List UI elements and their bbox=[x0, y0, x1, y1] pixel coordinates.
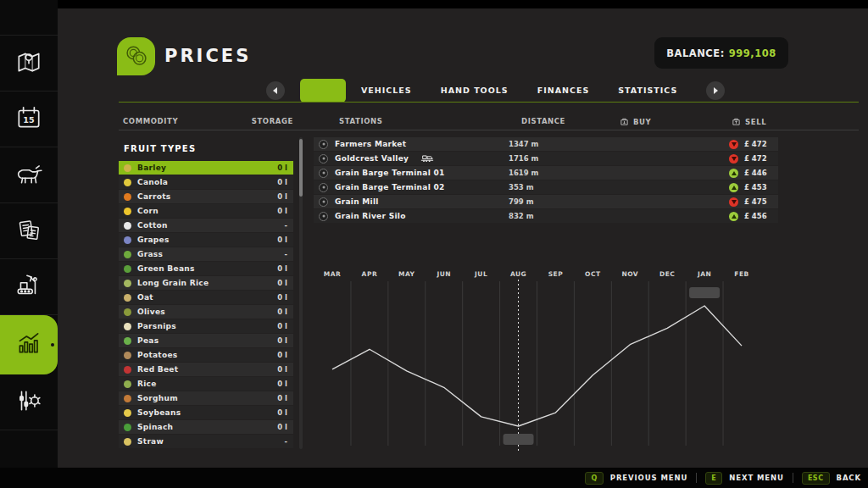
straw-icon bbox=[124, 438, 131, 446]
sidebar-item-settings[interactable] bbox=[0, 374, 58, 430]
header-divider bbox=[119, 130, 859, 130]
price-trend-up-icon bbox=[729, 183, 738, 192]
sidebar-item-production[interactable] bbox=[0, 259, 58, 315]
keycap-e[interactable]: E bbox=[705, 472, 722, 485]
commodity-name: Soybeans bbox=[137, 408, 181, 417]
commodity-row-potatoes[interactable]: Potatoes0 l bbox=[119, 348, 293, 362]
commodity-row-sorghum[interactable]: Sorghum0 l bbox=[119, 391, 293, 405]
chart-month-label: JAN bbox=[697, 270, 711, 278]
sorghum-icon bbox=[124, 395, 131, 402]
fruit-types-heading: FRUIT TYPES bbox=[119, 137, 293, 161]
tab-prev-arrow-button[interactable] bbox=[266, 81, 285, 100]
tab-hand-tools[interactable]: HAND TOOLS bbox=[441, 86, 509, 95]
commodity-storage-value: 0 l bbox=[277, 365, 293, 374]
waypoint-icon[interactable] bbox=[319, 154, 328, 164]
commodity-row-barley[interactable]: Barley0 l bbox=[119, 161, 293, 175]
keycap-esc[interactable]: ESC bbox=[802, 472, 830, 485]
key-hint-back[interactable]: ESCBACK bbox=[802, 472, 861, 485]
key-hint-previous-menu[interactable]: QPREVIOUS MENU bbox=[585, 472, 687, 485]
station-name: Grain Barge Terminal 01 bbox=[335, 169, 445, 177]
main-menu-sidebar: 15 bbox=[0, 0, 58, 488]
tab-bar: VEHICLESHAND TOOLSFINANCESSTATISTICS bbox=[266, 78, 725, 103]
price-history-chart: MARAPRMAYJUNJULAUGSEPOCTNOVDECJANFEB bbox=[314, 264, 778, 459]
scrollbar-thumb[interactable] bbox=[299, 139, 303, 197]
commodity-row-green-beans[interactable]: Green Beans0 l bbox=[119, 262, 293, 275]
commodity-storage-value: 0 l bbox=[277, 394, 293, 402]
waypoint-icon[interactable] bbox=[319, 183, 328, 192]
station-row-goldcrest-valley: Goldcrest Valley1716 m£ 472 bbox=[314, 152, 778, 165]
commodity-row-peas[interactable]: Peas0 l bbox=[119, 334, 293, 347]
commodity-name: Straw bbox=[137, 437, 164, 446]
commodity-row-carrots[interactable]: Carrots0 l bbox=[119, 190, 293, 203]
waypoint-icon[interactable] bbox=[319, 197, 328, 207]
train-icon bbox=[420, 155, 434, 163]
sidebar-item-contracts[interactable] bbox=[0, 203, 58, 259]
commodity-row-spinach[interactable]: Spinach0 l bbox=[119, 420, 293, 434]
column-header-distance: DISTANCE bbox=[521, 117, 565, 125]
sidebar-item-statistics[interactable] bbox=[0, 315, 58, 374]
commodity-name: Barley bbox=[137, 164, 166, 172]
sidebar-item-map[interactable] bbox=[0, 36, 58, 92]
sidebar-item-calendar[interactable]: 15 bbox=[0, 92, 58, 147]
stations-list-panel: Farmers Market1347 m£ 472Goldcrest Valle… bbox=[314, 137, 778, 224]
commodity-storage-value: - bbox=[284, 250, 293, 258]
chart-month-label: MAR bbox=[324, 270, 342, 278]
red-beet-icon bbox=[124, 366, 131, 374]
station-distance: 353 m bbox=[509, 183, 534, 191]
balance-value: 999,108 bbox=[729, 47, 776, 59]
commodity-name: Sorghum bbox=[137, 394, 178, 402]
max-price-tooltip-box bbox=[689, 287, 720, 298]
map-icon bbox=[14, 47, 43, 80]
commodity-row-cotton[interactable]: Cotton- bbox=[119, 219, 293, 232]
commodity-row-rice[interactable]: Rice0 l bbox=[119, 377, 293, 391]
waypoint-icon[interactable] bbox=[319, 169, 328, 178]
commodity-storage-value: 0 l bbox=[277, 308, 293, 316]
canola-icon bbox=[124, 179, 131, 186]
waypoint-icon[interactable] bbox=[319, 140, 328, 149]
commodity-row-long-grain-rice[interactable]: Long Grain Rice0 l bbox=[119, 276, 293, 290]
commodity-storage-value: 0 l bbox=[277, 322, 293, 330]
waypoint-icon[interactable] bbox=[319, 212, 328, 221]
station-row-grain-mill: Grain Mill799 m£ 475 bbox=[314, 195, 778, 208]
station-name: Farmers Market bbox=[335, 140, 406, 148]
commodity-row-straw[interactable]: Straw- bbox=[119, 435, 293, 448]
tab-prices-active[interactable] bbox=[300, 79, 346, 103]
commodity-row-parsnips[interactable]: Parsnips0 l bbox=[119, 319, 293, 333]
commodity-name: Spinach bbox=[137, 423, 173, 431]
commodity-row-red-beet[interactable]: Red Beet0 l bbox=[119, 363, 293, 376]
keycap-q[interactable]: Q bbox=[585, 472, 603, 485]
column-header-storage: STORAGE bbox=[236, 117, 293, 125]
commodity-storage-value: - bbox=[284, 221, 293, 230]
price-chart: MARAPRMAYJUNJULAUGSEPOCTNOVDECJANFEB bbox=[314, 264, 778, 459]
station-sell-price: £ 446 bbox=[744, 169, 767, 177]
sidebar-item-animals[interactable] bbox=[0, 147, 58, 203]
page-title: PRICES bbox=[164, 46, 251, 66]
grapes-icon bbox=[124, 236, 131, 244]
commodity-scrollbar[interactable] bbox=[299, 137, 303, 449]
oat-icon bbox=[124, 294, 131, 302]
min-price-tooltip-box bbox=[504, 434, 534, 445]
commodity-row-olives[interactable]: Olives0 l bbox=[119, 305, 293, 319]
commodity-row-soybeans[interactable]: Soybeans0 l bbox=[119, 406, 293, 419]
key-hint-next-menu[interactable]: ENEXT MENU bbox=[705, 472, 784, 485]
calendar-icon: 15 bbox=[14, 103, 43, 136]
station-row-grain-river-silo: Grain River Silo832 m£ 456 bbox=[314, 209, 778, 223]
column-header-buy: BUY bbox=[620, 117, 651, 126]
commodity-row-corn[interactable]: Corn0 l bbox=[119, 204, 293, 218]
commodity-row-canola[interactable]: Canola0 l bbox=[119, 175, 293, 189]
chart-month-label: JUN bbox=[436, 270, 451, 278]
commodity-row-oat[interactable]: Oat0 l bbox=[119, 291, 293, 304]
tab-vehicles[interactable]: VEHICLES bbox=[361, 86, 412, 95]
tab-finances[interactable]: FINANCES bbox=[537, 86, 590, 95]
commodity-row-grapes[interactable]: Grapes0 l bbox=[119, 233, 293, 247]
hint-divider bbox=[793, 473, 793, 483]
station-sell-price: £ 472 bbox=[744, 140, 767, 148]
commodity-storage-value: - bbox=[284, 437, 293, 446]
tab-next-arrow-button[interactable] bbox=[706, 81, 725, 100]
commodity-row-grass[interactable]: Grass- bbox=[119, 247, 293, 261]
tab-statistics[interactable]: STATISTICS bbox=[618, 86, 677, 95]
chart-month-label: APR bbox=[362, 270, 378, 278]
station-row-farmers-market: Farmers Market1347 m£ 472 bbox=[314, 137, 778, 151]
commodity-storage-value: 0 l bbox=[277, 293, 293, 302]
hint-label: NEXT MENU bbox=[729, 474, 784, 482]
